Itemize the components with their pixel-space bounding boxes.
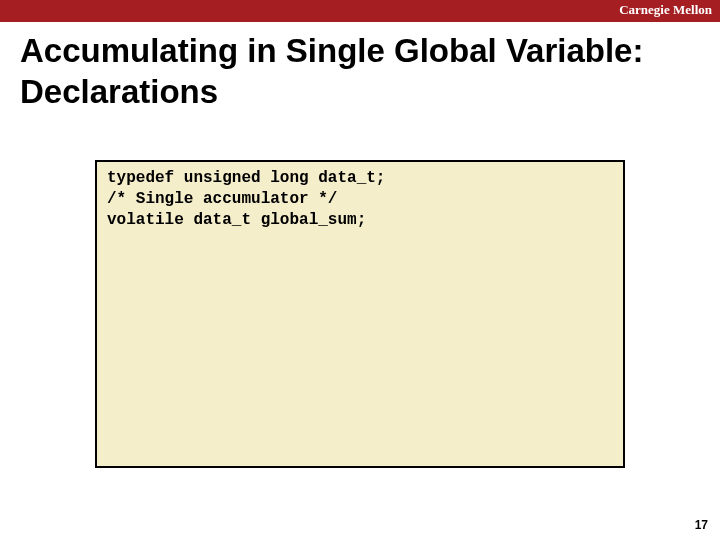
- institution-label: Carnegie Mellon: [619, 2, 712, 18]
- slide-title: Accumulating in Single Global Variable: …: [0, 22, 720, 113]
- header-bar: Carnegie Mellon: [0, 0, 720, 22]
- code-line: volatile data_t global_sum;: [107, 210, 613, 231]
- code-block: typedef unsigned long data_t; /* Single …: [95, 160, 625, 468]
- code-line: typedef unsigned long data_t;: [107, 168, 613, 189]
- code-line: /* Single accumulator */: [107, 189, 613, 210]
- page-number: 17: [695, 518, 708, 532]
